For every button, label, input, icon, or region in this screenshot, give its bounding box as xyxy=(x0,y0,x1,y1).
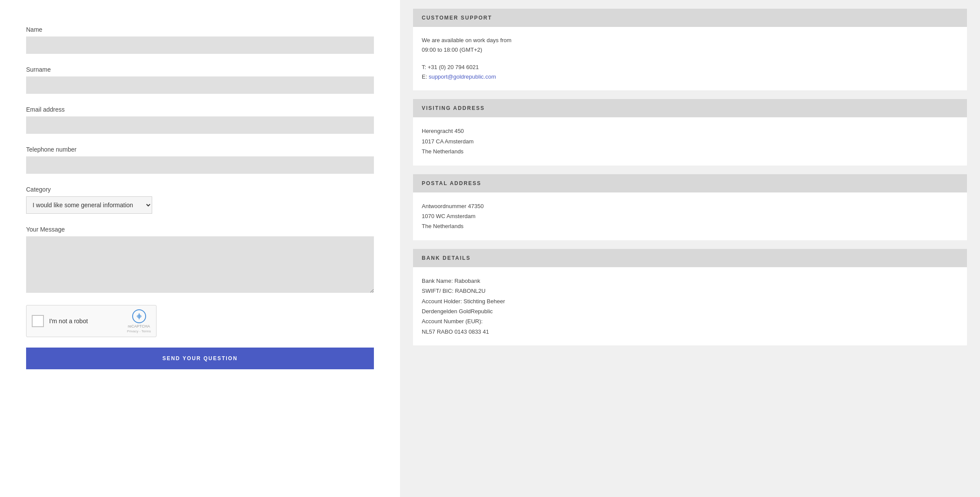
postal-line3: The Netherlands xyxy=(422,221,958,231)
submit-button[interactable]: SEND YOUR QUESTION xyxy=(26,348,374,369)
info-panel: CUSTOMER SUPPORT We are available on wor… xyxy=(400,0,980,497)
bank-details-body: Bank Name: Rabobank SWIFT/ BIC: RABONL2U… xyxy=(413,267,967,345)
category-select[interactable]: I would like some general information Or… xyxy=(26,196,152,214)
customer-support-header: CUSTOMER SUPPORT xyxy=(413,9,967,27)
bank-line1: Bank Name: Rabobank xyxy=(422,276,958,286)
name-group: Name xyxy=(26,26,374,54)
visiting-line3: The Netherlands xyxy=(422,146,958,156)
bank-line3: Account Holder: Stichting Beheer xyxy=(422,296,958,306)
name-input[interactable] xyxy=(26,36,374,54)
visiting-address-header: VISITING ADDRESS xyxy=(413,99,967,117)
visiting-address-section: VISITING ADDRESS Herengracht 450 1017 CA… xyxy=(413,99,967,165)
visiting-address-body: Herengracht 450 1017 CA Amsterdam The Ne… xyxy=(413,117,967,165)
postal-line1: Antwoordnummer 47350 xyxy=(422,201,958,211)
postal-line2: 1070 WC Amsterdam xyxy=(422,211,958,221)
form-panel: Name Surname Email address Telephone num… xyxy=(0,0,400,497)
email-group: Email address xyxy=(26,106,374,134)
name-label: Name xyxy=(26,26,374,33)
email-input[interactable] xyxy=(26,116,374,134)
message-group: Your Message xyxy=(26,226,374,293)
recaptcha-checkbox[interactable] xyxy=(32,315,44,327)
recaptcha-brand: reCAPTCHA xyxy=(128,324,150,328)
postal-address-section: POSTAL ADDRESS Antwoordnummer 47350 1070… xyxy=(413,174,967,240)
phone-text: T: +31 (0) 20 794 6021 xyxy=(422,63,958,72)
postal-address-header: POSTAL ADDRESS xyxy=(413,174,967,192)
bank-details-section: BANK DETAILS Bank Name: Rabobank SWIFT/ … xyxy=(413,249,967,345)
email-label: Email address xyxy=(26,106,374,113)
surname-label: Surname xyxy=(26,66,374,73)
bank-line6: NL57 RABO 0143 0833 41 xyxy=(422,327,958,337)
customer-support-body: We are available on work days from 09:00… xyxy=(413,27,967,90)
visiting-line1: Herengracht 450 xyxy=(422,126,958,136)
telephone-input[interactable] xyxy=(26,156,374,174)
bank-line2: SWIFT/ BIC: RABONL2U xyxy=(422,286,958,296)
message-label: Your Message xyxy=(26,226,374,233)
support-email-link[interactable]: support@goldrepublic.com xyxy=(429,73,496,80)
customer-support-section: CUSTOMER SUPPORT We are available on wor… xyxy=(413,9,967,90)
message-textarea[interactable] xyxy=(26,236,374,293)
telephone-group: Telephone number xyxy=(26,146,374,174)
category-group: Category I would like some general infor… xyxy=(26,186,374,214)
recaptcha-box[interactable]: I'm not a robot reCAPTCHA Privacy - Term… xyxy=(26,305,157,337)
recaptcha-terms: Privacy - Terms xyxy=(127,329,151,333)
main-container: Name Surname Email address Telephone num… xyxy=(0,0,980,497)
recaptcha-logo: reCAPTCHA Privacy - Terms xyxy=(127,309,151,333)
surname-group: Surname xyxy=(26,66,374,94)
bank-details-header: BANK DETAILS xyxy=(413,249,967,267)
bank-line4: Derdengelden GoldRepublic xyxy=(422,306,958,316)
visiting-line2: 1017 CA Amsterdam xyxy=(422,136,958,146)
availability-text: We are available on work days from 09:00… xyxy=(422,36,958,55)
postal-address-body: Antwoordnummer 47350 1070 WC Amsterdam T… xyxy=(413,192,967,240)
category-label: Category xyxy=(26,186,374,193)
surname-input[interactable] xyxy=(26,76,374,94)
bank-line5: Account Number (EUR): xyxy=(422,316,958,326)
telephone-label: Telephone number xyxy=(26,146,374,153)
recaptcha-label: I'm not a robot xyxy=(49,318,122,325)
email-text: E: support@goldrepublic.com xyxy=(422,72,958,82)
